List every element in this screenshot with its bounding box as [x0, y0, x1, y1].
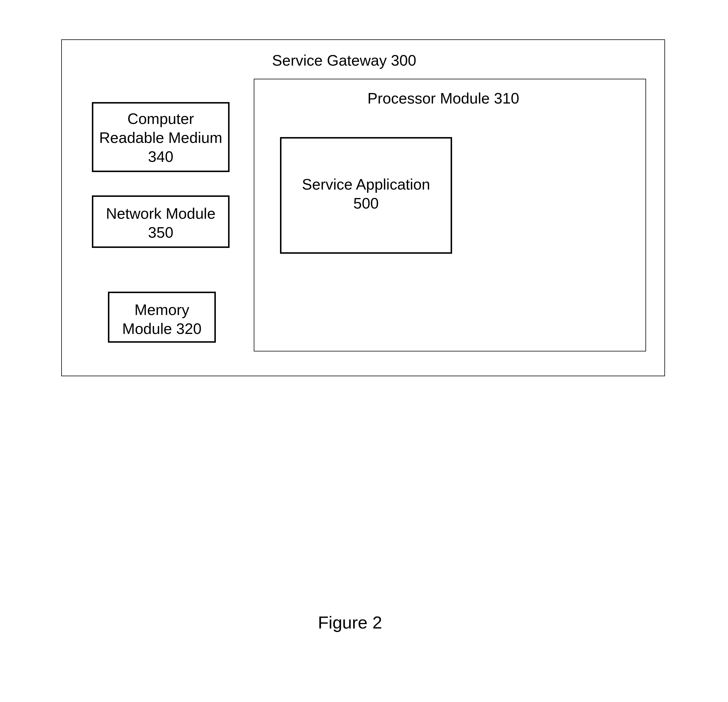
- memory-module-label: Memory Module 320: [108, 300, 216, 338]
- processor-module-title: Processor Module 310: [341, 89, 545, 108]
- figure-caption: Figure 2: [292, 612, 408, 633]
- service-gateway-title: Service Gateway 300: [242, 51, 446, 70]
- computer-readable-medium-label: Computer Readable Medium 340: [92, 109, 230, 166]
- network-module-label: Network Module 350: [92, 204, 230, 242]
- service-application-label: Service Application 500: [280, 175, 452, 213]
